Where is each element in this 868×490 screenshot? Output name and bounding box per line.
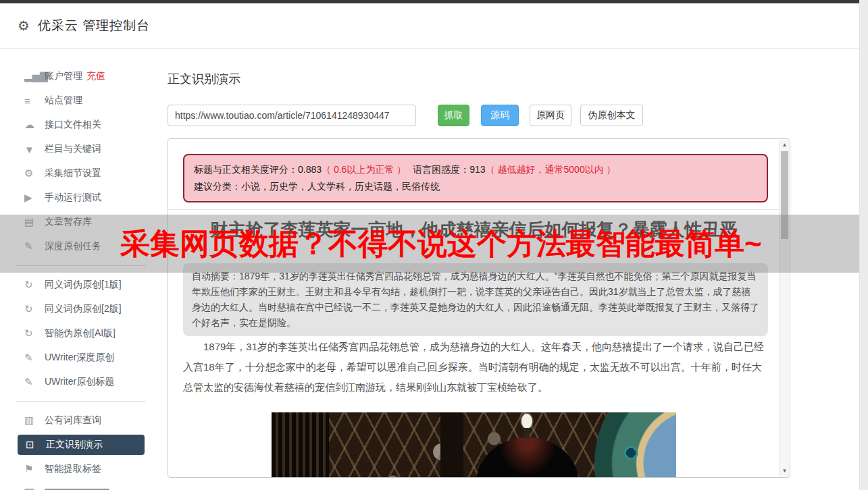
app-title: 优采云 管理控制台 <box>38 17 150 34</box>
sidebar-item-label: 深度原创任务 <box>45 240 101 252</box>
sidebar-divider <box>16 401 146 402</box>
server-list-icon: ≡ <box>24 95 45 107</box>
filter-icon: ▼ <box>24 144 45 155</box>
play-circle-icon: ▶ <box>24 192 45 204</box>
edit-icon: ✎ <box>24 240 45 252</box>
refresh-icon: ↻ <box>24 327 45 339</box>
cloud-upload-icon: ☁ <box>24 119 45 131</box>
alert-line-2: 建议分类：小说，历史学，人文学科，历史话题，民俗传统 <box>194 178 757 195</box>
sidebar-item-label: 文章暂存库 <box>45 216 92 228</box>
edit-icon: ✎ <box>24 376 45 388</box>
sidebar-item-label: 站点管理 <box>45 94 82 107</box>
perplexity-text: 语言困惑度：913 <box>413 164 485 175</box>
sidebar-item-content-recognition-demo[interactable]: ⊡ 正文识别演示 <box>0 433 168 457</box>
score-note: （ 0.6以上为正常 ） <box>322 164 406 175</box>
sidebar-item-partial[interactable] <box>0 481 168 490</box>
database-icon: ▤ <box>24 216 45 228</box>
panel-scrollbar[interactable]: ▲ ▼ <box>779 140 789 477</box>
carved-wood-panel <box>272 412 329 478</box>
grab-button[interactable]: 抓取 <box>438 105 469 126</box>
url-input[interactable] <box>168 105 416 126</box>
alert-line-1: 标题与正文相关度评分：0.883（ 0.6以上为正常 ）语言困惑度：913（ 越… <box>194 161 757 178</box>
page-title: 正文识别演示 <box>168 71 240 87</box>
app-header: ⚙ 优采云 管理控制台 <box>0 3 859 49</box>
source-code-button[interactable]: 源码 <box>481 105 519 126</box>
score-text: 标题与正文相关度评分：0.883 <box>194 164 322 175</box>
hat-finial-bead <box>521 414 532 429</box>
sidebar-item-label: 正文识别演示 <box>46 439 103 451</box>
refresh-icon: ↻ <box>24 279 45 291</box>
sidebar-item-label: 账户管理 <box>45 70 82 82</box>
sidebar-item-label: 栏目与关键词 <box>45 143 101 155</box>
sidebar-item-label: 智能伪原创[AI版] <box>45 327 116 339</box>
perplexity-note: （ 越低越好，通常5000以内 ） <box>486 164 616 175</box>
article-photo-qing-official-hat <box>272 412 676 478</box>
original-page-button[interactable]: 原网页 <box>530 105 571 126</box>
sidebar-item-deep-original-task[interactable]: ✎ 深度原创任务 <box>0 234 168 258</box>
sidebar-item-sites[interactable]: ≡ 站点管理 <box>0 88 168 113</box>
recharge-badge[interactable]: 充值 <box>86 70 105 82</box>
gear-icon: ⚙ <box>18 18 30 34</box>
sidebar-item-synonym-v2[interactable]: ↻ 同义词伪原创[2版] <box>0 297 168 321</box>
sidebar-item-label: 接口文件相关 <box>45 119 101 131</box>
sidebar-item-label: 采集细节设置 <box>45 167 101 180</box>
sidebar-item-label: 公有词库查询 <box>45 414 101 427</box>
official-hat <box>476 437 579 478</box>
panel-divider <box>168 209 780 210</box>
sidebar-item-article-store[interactable]: ▤ 文章暂存库 <box>0 210 168 234</box>
page-scrollbar-area[interactable] <box>859 0 868 490</box>
sidebar-item-label: 同义词伪原创[2版] <box>45 303 122 315</box>
sidebar-divider <box>16 265 146 266</box>
sidebar-item-collect-settings[interactable]: ⚙ 采集细节设置 <box>0 161 168 186</box>
gears-icon: ⚙ <box>24 167 45 180</box>
auto-summary-box: 自动摘要：1879年，31岁的李莲英出任储秀宫四品花翎总管，成为慈禧身边的大红人… <box>183 263 768 336</box>
sidebar-item-ai-rewrite[interactable]: ↻ 智能伪原创[AI版] <box>0 321 168 346</box>
pseudo-original-button[interactable]: 伪原创本文 <box>580 105 643 126</box>
sidebar-item-label: 智能提取标签 <box>45 463 101 475</box>
article-title: 财主抢了李莲英家一亩地，他成慈禧亲信后如何报复？暴露人性丑恶 <box>168 218 780 242</box>
sidebar-item-interface-files[interactable]: ☁ 接口文件相关 <box>0 113 168 137</box>
wood-post <box>440 412 463 478</box>
analysis-alert: 标题与正文相关度评分：0.883（ 0.6以上为正常 ）语言困惑度：913（ 越… <box>183 154 768 202</box>
sidebar-item-account[interactable]: ▂▅▇ 账户管理 充值 <box>0 64 168 88</box>
book-icon: ▥ <box>24 414 45 427</box>
sidebar: ▂▅▇ 账户管理 充值 ≡ 站点管理 ☁ 接口文件相关 ▼ 栏目与关键词 ⚙ 采… <box>0 51 168 490</box>
hat-finial-stem <box>524 428 530 438</box>
sidebar-item-label: 同义词伪原创[1版] <box>45 279 122 291</box>
sidebar-item-uwriter-title[interactable]: ✎ UWriter原创标题 <box>0 370 168 394</box>
article-paragraph: 1879年，31岁的李莲英出任储秀宫四品花翎总管，成为慈禧身边的大红人。这年春天… <box>183 337 765 398</box>
sidebar-item-smart-tags[interactable]: ⚑ 智能提取标签 <box>0 457 168 481</box>
sidebar-item-label: UWriter原创标题 <box>45 376 114 388</box>
scroll-up-icon[interactable]: ▲ <box>780 140 790 150</box>
sidebar-item-label: UWriter深度原创 <box>45 352 114 364</box>
monitor-icon: ⊡ <box>26 439 46 451</box>
scroll-down-icon[interactable]: ▼ <box>780 466 790 476</box>
sidebar-item-synonym-v1[interactable]: ↻ 同义词伪原创[1版] <box>0 273 168 297</box>
active-item-pill[interactable]: ⊡ 正文识别演示 <box>18 435 145 455</box>
sidebar-item-uwriter-deep[interactable]: ✎ UWriter深度原创 <box>0 346 168 370</box>
bar-chart-icon: ▂▅▇ <box>24 70 45 82</box>
sidebar-item-manual-run-test[interactable]: ▶ 手动运行测试 <box>0 186 168 210</box>
edit-icon: ✎ <box>24 352 45 364</box>
sidebar-item-label: 手动运行测试 <box>45 192 101 204</box>
scrollbar-thumb[interactable] <box>781 151 788 239</box>
peacock-feather-fan <box>594 412 676 478</box>
sidebar-item-columns-keywords[interactable]: ▼ 栏目与关键词 <box>0 137 168 161</box>
tag-icon: ⚑ <box>24 463 45 475</box>
sidebar-item-public-thesaurus[interactable]: ▥ 公有词库查询 <box>0 408 168 433</box>
preview-panel[interactable]: 标题与正文相关度评分：0.883（ 0.6以上为正常 ）语言困惑度：913（ 越… <box>168 138 790 478</box>
refresh-icon: ↻ <box>24 303 45 315</box>
